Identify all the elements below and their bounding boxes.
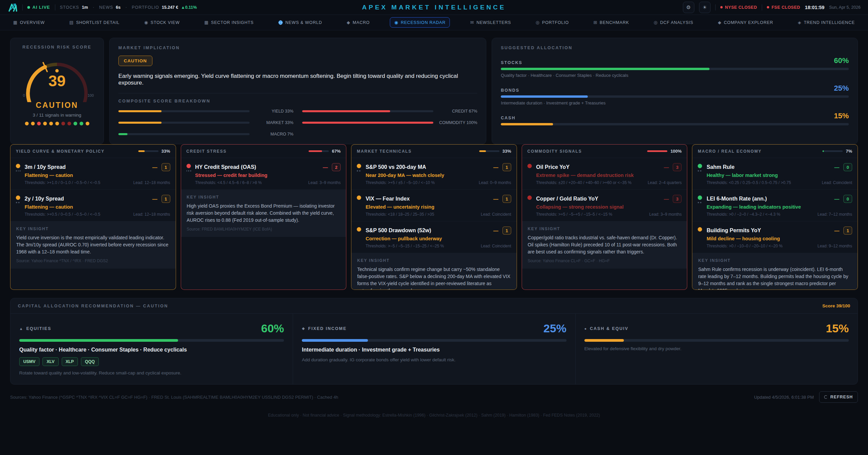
card-meter-track bbox=[138, 150, 158, 152]
divider bbox=[118, 93, 477, 93]
signal-status-dot bbox=[698, 227, 702, 232]
key-insight-text: Sahm Rule confirms recession is underway… bbox=[698, 266, 852, 290]
signal-thresholds: Thresholds: >+5 / −5–+5 / −15–5 / <−15 % bbox=[536, 212, 612, 217]
footer-bar: Sources: Yahoo Finance (^GSPC ^TNX ^IRX … bbox=[10, 391, 858, 403]
signal-status-dot bbox=[357, 164, 361, 168]
signal-lead: Lead: Coincident bbox=[481, 212, 511, 217]
tab-newsletters[interactable]: ✉NEWSLETTERS bbox=[466, 17, 515, 28]
signal-thresholds: Thresholds: <18 / 18–25 / 25–35 / >35 bbox=[366, 212, 434, 217]
tab-label: RECESSION RADAR bbox=[401, 20, 445, 25]
signal-thresholds: Thresholds: >+5 / ±5 / −5–10 / <−10 % bbox=[366, 180, 435, 185]
progress-fill bbox=[501, 95, 588, 98]
breakdown-label: MARKET 33% bbox=[254, 120, 293, 125]
signal-status: Extreme spike — demand destruction risk bbox=[536, 173, 682, 178]
composite-breakdown: YIELD 33% CREDIT 67% MARKET 33% COMMODIT… bbox=[118, 109, 477, 136]
allocation-pct: 60% bbox=[834, 56, 849, 65]
signal-name: LEI 6-Month Rate (ann.) bbox=[706, 196, 834, 202]
tab-company-explorer[interactable]: ◆COMPANY EXPLORER bbox=[714, 17, 778, 28]
tab-shortlist-detail[interactable]: ▤SHORTLIST DETAIL bbox=[65, 17, 124, 28]
card-pct: 33% bbox=[162, 149, 170, 154]
theme-toggle-button[interactable]: ☀ bbox=[699, 2, 711, 13]
ticker-chip[interactable]: XLP bbox=[62, 357, 78, 366]
settings-button[interactable]: ⚙ bbox=[683, 2, 694, 13]
card-meter-fill bbox=[647, 150, 667, 152]
progress-track bbox=[19, 339, 284, 342]
key-insight-block: KEY INSIGHT High yield OAS proxies the E… bbox=[181, 190, 346, 237]
signal-weight-dots bbox=[698, 202, 702, 203]
allocation-label: BONDS bbox=[501, 88, 519, 93]
signal-lead: Lead: 12–18 months bbox=[133, 212, 170, 217]
progress-track bbox=[584, 339, 849, 342]
progress-track bbox=[501, 123, 849, 125]
tab-macro[interactable]: ◆MACRO bbox=[342, 17, 374, 28]
source-line: Source: Yahoo Finance CL=F · GC=F · HG=F bbox=[528, 259, 682, 263]
fse-status: FSE CLOSED bbox=[767, 5, 800, 10]
signal-lead: Lead: Coincident bbox=[481, 244, 511, 248]
tab-label: PORTFOLIO bbox=[542, 20, 569, 25]
signal-row: Copper / Gold Ratio YoY — 3 Collapsing —… bbox=[522, 190, 687, 221]
tab-sector-insights[interactable]: ▦SECTOR INSIGHTS bbox=[200, 17, 258, 28]
signal-thresholds: Thresholds: >+0.5 / 0–0.5 / −0.5–0 / <−0… bbox=[25, 212, 100, 217]
allocation-column-cash: ●CASH & EQUIV 15% Elevated for defensive… bbox=[575, 314, 858, 384]
globe-icon bbox=[278, 20, 283, 25]
signal-level-badge: 1 bbox=[162, 163, 170, 171]
signal-trend-dash: — bbox=[834, 164, 839, 170]
signal-lead: Lead: 0–9 months bbox=[479, 180, 511, 185]
tab-news-world[interactable]: NEWS & WORLD bbox=[274, 18, 326, 28]
signal-status: Near 200-day MA — watch closely bbox=[366, 173, 511, 178]
signal-weight-dots bbox=[186, 170, 191, 172]
key-insight-text: Technical signals confirm regime change … bbox=[357, 266, 511, 290]
tab-portfolio[interactable]: ◎PORTFOLIO bbox=[531, 17, 573, 28]
signal-level-badge: 2 bbox=[332, 163, 341, 171]
status-dot-icon bbox=[720, 6, 723, 8]
capital-allocation-title: CAPITAL ALLOCATION RECOMMENDATION — CAUT… bbox=[18, 304, 168, 308]
signal-level-badge: 3 bbox=[673, 163, 682, 171]
circle-icon: ● bbox=[584, 327, 587, 331]
signal-lead: Lead: 3–9 months bbox=[649, 212, 682, 217]
key-insight-label: KEY INSIGHT bbox=[357, 258, 511, 263]
card-meter-fill bbox=[822, 150, 824, 152]
key-insight-label: KEY INSIGHT bbox=[16, 226, 170, 231]
signal-row: 2y / 10y Spread — 1 Flattening — caution… bbox=[10, 190, 176, 221]
signal-lead: Lead: 2–4 quarters bbox=[648, 180, 682, 185]
ticker-chips: USMV XLV XLP QQQ bbox=[19, 357, 284, 366]
news-refresh-stat: NEWS 6s bbox=[99, 5, 120, 10]
card-meter-track bbox=[647, 150, 667, 152]
panel-title: SUGGESTED ALLOCATION bbox=[501, 46, 849, 50]
key-insight-text: Yield curve inversion is the most empiri… bbox=[16, 234, 170, 255]
signal-thresholds: Thresholds: >+1.0 / 0–1.0 / −0.5–0 / <−0… bbox=[25, 180, 100, 185]
caution-badge: CAUTION bbox=[118, 56, 152, 66]
signal-trend-dash: — bbox=[493, 164, 498, 170]
progress-track bbox=[302, 339, 566, 342]
allocation-column-fixed-income: ◆FIXED INCOME 25% Intermediate duration … bbox=[293, 314, 575, 384]
tab-dcf-analysis[interactable]: ◎DCF ANALYSIS bbox=[649, 17, 697, 28]
signal-lead: Lead: 3–9 months bbox=[308, 180, 341, 185]
nyse-status: NYSE CLOSED bbox=[720, 5, 757, 10]
signal-weight-dots bbox=[16, 170, 21, 172]
refresh-button[interactable]: REFRESH bbox=[819, 391, 858, 403]
tab-benchmark[interactable]: ⊞BENCHMARK bbox=[589, 17, 634, 28]
signal-level-badge: 1 bbox=[502, 163, 511, 171]
ticker-chip[interactable]: USMV bbox=[19, 357, 39, 366]
signal-name: Copper / Gold Ratio YoY bbox=[536, 196, 664, 202]
tab-label: NEWS & WORLD bbox=[285, 20, 322, 25]
main-nav: ▦OVERVIEW ▤SHORTLIST DETAIL ◉STOCK VIEW … bbox=[0, 15, 868, 30]
portfolio-stat: PORTFOLIO 15.247 € ▲0.11% bbox=[132, 5, 197, 10]
ticker-chip[interactable]: XLV bbox=[42, 357, 58, 366]
panel-title: RECESSION RISK SCORE bbox=[10, 45, 104, 50]
key-insight-block: KEY INSIGHT Sahm Rule confirms recession… bbox=[692, 253, 858, 290]
news-label: NEWS bbox=[99, 5, 113, 10]
risk-gauge: 0 100 39 bbox=[18, 52, 96, 102]
tab-overview[interactable]: ▦OVERVIEW bbox=[9, 17, 49, 28]
column-desc: Intermediate duration · Investment grade… bbox=[302, 347, 566, 353]
tab-trend-intelligence[interactable]: ◈TREND INTELLIGENCE bbox=[793, 17, 859, 28]
tab-recession-radar[interactable]: ◉RECESSION RADAR bbox=[390, 17, 450, 28]
tab-stock-view[interactable]: ◉STOCK VIEW bbox=[140, 17, 184, 28]
allocation-pct: 15% bbox=[834, 112, 849, 120]
top-bar: AI LIVE STOCKS 1m · NEWS 6s · PORTFOLIO … bbox=[0, 0, 868, 15]
signal-row: Building Permits YoY — 1 Mild decline — … bbox=[692, 221, 858, 253]
ticker-chip[interactable]: QQQ bbox=[81, 357, 99, 366]
key-insight-block: KEY INSIGHT Yield curve inversion is the… bbox=[10, 221, 176, 269]
signal-trend-dash: — bbox=[834, 228, 839, 234]
signal-trend-dash: — bbox=[493, 196, 498, 202]
